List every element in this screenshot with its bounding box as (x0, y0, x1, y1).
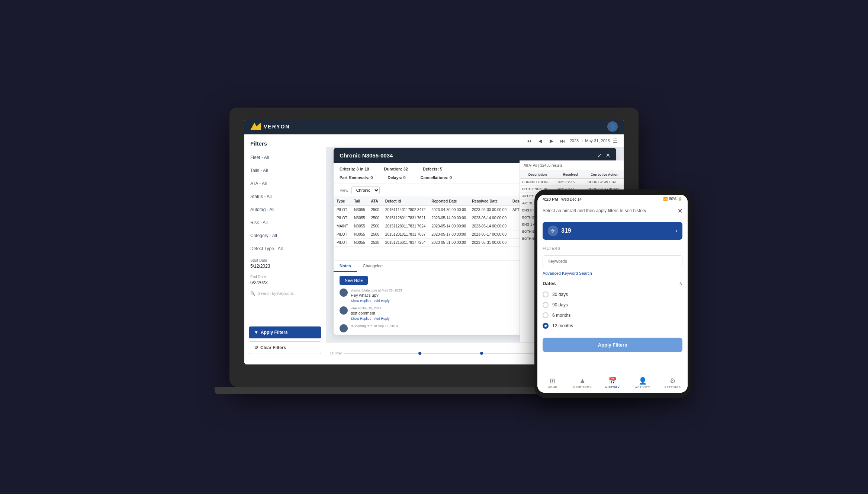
close-modal-button[interactable]: ✕ (606, 152, 610, 158)
note-action-link[interactable]: Add Reply (374, 317, 390, 321)
list-item: DURING DEICING PROCESS ... 2021-12-15 ..… (520, 178, 624, 185)
duration-stat: Duration: 32 (384, 167, 408, 171)
nav-history-label: HISTORY (605, 386, 620, 389)
modal-title: Chronic N3055-0034 (340, 152, 393, 159)
criteria-stat: Criteria: 3 in 10 (340, 167, 369, 171)
part-removals-stat: Part Removals: 0 (340, 175, 373, 180)
last-page-button[interactable]: ⏭ (559, 137, 567, 145)
battery-label: 80% (669, 197, 676, 201)
nav-history[interactable]: 📅 HISTORY (598, 375, 628, 391)
right-panel-header: All ATAs | 32455 results (520, 160, 624, 171)
radio-circle (543, 291, 549, 297)
mobile-bottom-nav: ⊞ HOME ▲ SYMPTOMS 📅 HISTORY 👤 ACTIVITY ⚙ (537, 373, 688, 393)
note-avatar (340, 306, 348, 315)
date-option-label: 6 months (552, 313, 570, 318)
start-date-value[interactable]: 5/12/2023 (250, 264, 320, 269)
filter-fleet[interactable]: Fleet - All (244, 151, 326, 164)
settings-icon: ⚙ (670, 377, 676, 385)
new-note-button[interactable]: New Note (340, 276, 368, 285)
note-text: Hey what's up? (351, 293, 402, 297)
tablet-frame: 4:23 PM Wed Dec 14 ··· 📶 80% 🔋 Select an… (534, 189, 691, 398)
search-icon: 🔍 (250, 291, 255, 296)
user-icon[interactable]: 👤 (607, 121, 618, 132)
first-page-button[interactable]: ⏮ (525, 137, 533, 145)
filter-tails[interactable]: Tails - All (244, 164, 326, 177)
history-icon: 📅 (608, 377, 617, 385)
filter-status[interactable]: Status - All (244, 190, 326, 203)
cancellations-stat: Cancellations: 0 (421, 175, 452, 180)
tab-changelog[interactable]: Changelog (357, 261, 389, 272)
timeline-label-1: 12. May (330, 351, 342, 355)
nav-symptoms-label: SYMPTOMS (573, 385, 592, 389)
dates-chevron-icon: ∧ (679, 281, 682, 286)
logo-area: VERYON (250, 123, 290, 130)
nav-settings-label: SETTINGS (665, 386, 681, 389)
top-nav: VERYON 👤 (244, 119, 624, 134)
tablet-date: Wed Dec 14 (561, 197, 582, 201)
mobile-panel-header: Select an aircraft and then apply filter… (537, 204, 688, 218)
mobile-close-button[interactable]: ✕ (678, 207, 682, 214)
col-reported: Reported Date (428, 197, 469, 206)
rpt-col-resolved: Resolved (555, 171, 585, 179)
start-date-label: Start Date (250, 258, 320, 262)
col-ata: ATA (368, 197, 382, 206)
aircraft-icon: ✈ (548, 226, 558, 236)
battery-icon: 🔋 (678, 197, 682, 201)
hamburger-icon[interactable]: ☰ (613, 138, 618, 144)
tab-notes[interactable]: Notes (334, 261, 357, 272)
start-date-filter: Start Date 5/12/2023 (244, 255, 326, 272)
date-option-label: 90 days (552, 302, 568, 307)
logo-text: VERYON (264, 124, 290, 130)
wifi-icon: 📶 (663, 197, 668, 201)
advanced-keyword-link[interactable]: Advanced Keyword Search (537, 270, 688, 278)
filter-defect-type[interactable]: Defect Type - All (244, 242, 326, 255)
note-avatar (340, 324, 348, 332)
filter-category[interactable]: Category - All (244, 229, 326, 242)
note-author: reubenmgirardi at Sep 17, 2018 (351, 324, 398, 328)
note-action-link[interactable]: Show Replies (351, 317, 371, 321)
col-defect-id: Defect Id (382, 197, 428, 206)
note-author: vlee at Nov 15, 2021 (351, 306, 390, 310)
nav-activity-label: ACTIVITY (635, 386, 650, 389)
home-icon: ⊞ (550, 377, 555, 385)
apply-filters-button[interactable]: ▼ Apply Filters (249, 326, 321, 338)
filter-risk[interactable]: Risk - All (244, 216, 326, 229)
col-resolved: Resolved Date (469, 197, 509, 206)
veryon-logo-icon (250, 123, 261, 130)
note-action-link[interactable]: Show Replies (351, 299, 371, 303)
radio-circle (543, 302, 549, 308)
date-option[interactable]: 12 months (543, 321, 682, 331)
view-select[interactable]: Chronic (351, 186, 380, 194)
prev-page-button[interactable]: ◀ (536, 137, 544, 145)
keywords-input[interactable] (543, 255, 682, 267)
filter-ata[interactable]: ATA - All (244, 177, 326, 190)
note-text: test comment (351, 311, 390, 315)
filters-section-label: FILTERS (537, 243, 688, 252)
delays-stat: Delays: 0 (388, 175, 405, 180)
end-date-value[interactable]: 6/2/2023 (250, 280, 320, 285)
mobile-apply-filters-button[interactable]: Apply Filters (543, 338, 682, 352)
sidebar: Filters Fleet - All Tails - All ATA - Al… (244, 134, 326, 364)
aircraft-selector[interactable]: ✈ 319 › (543, 222, 682, 240)
date-range: 2023 → May 31, 2023 (570, 138, 610, 143)
nav-activity[interactable]: 👤 ACTIVITY (627, 375, 658, 391)
expand-icon-button[interactable]: ⤢ (598, 152, 602, 158)
keywords-container (537, 252, 688, 270)
rpt-col-desc: Description (520, 171, 555, 179)
nav-home[interactable]: ⊞ HOME (537, 375, 568, 391)
ellipsis-icon: ··· (659, 197, 662, 201)
nav-symptoms[interactable]: ▲ SYMPTOMS (568, 375, 598, 391)
nav-home-label: HOME (547, 386, 557, 389)
date-option[interactable]: 6 months (543, 310, 682, 321)
next-page-button[interactable]: ▶ (547, 137, 556, 145)
nav-settings[interactable]: ⚙ SETTINGS (658, 375, 688, 391)
dates-section: Dates ∧ 30 days90 days6 months12 months (537, 278, 688, 334)
symptoms-icon: ▲ (579, 377, 586, 385)
note-action-link[interactable]: Add Reply (374, 299, 390, 303)
filter-autotag[interactable]: Autotag - All (244, 203, 326, 216)
aircraft-number: 319 (561, 227, 571, 234)
date-option[interactable]: 30 days (543, 289, 682, 300)
keyword-search[interactable]: 🔍 Search by Keyword... (244, 288, 326, 299)
date-option[interactable]: 90 days (543, 300, 682, 310)
clear-filters-button[interactable]: ↺ Clear Filters (249, 341, 321, 354)
